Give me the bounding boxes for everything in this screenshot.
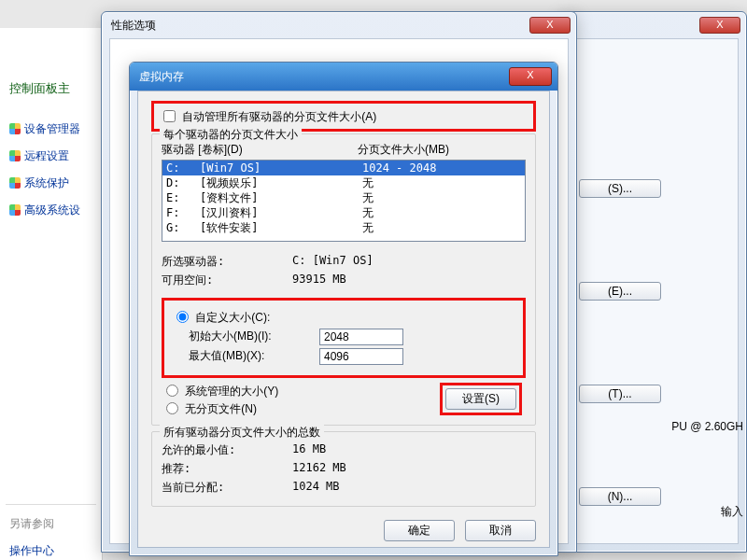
drive-row[interactable]: F: [汉川资料]无: [162, 205, 525, 220]
rec-label: 推荐:: [162, 461, 292, 477]
totals-group: 所有驱动器分页文件大小的总数 允许的最小值:16 MB 推荐:12162 MB …: [151, 431, 536, 507]
custom-size-input[interactable]: [176, 311, 189, 323]
cpu-text: PU @ 2.60GH: [671, 420, 743, 433]
selected-drive-value: C: [Win7 OS]: [292, 254, 374, 270]
sidebar-item-advanced[interactable]: 高级系统设: [0, 197, 102, 224]
max-size-label: 最大值(MB)(X):: [189, 348, 319, 365]
initial-size-label: 初始大小(MB)(I):: [189, 329, 319, 345]
highlight-set-button: 设置(S): [440, 383, 522, 415]
free-space-value: 93915 MB: [292, 273, 346, 288]
auto-manage-label: 自动管理所有驱动器的分页文件大小(A): [182, 110, 376, 123]
shield-icon: [9, 150, 21, 161]
free-space-label: 可用空间:: [162, 273, 292, 288]
action-center-link[interactable]: 操作中心: [0, 538, 102, 560]
auto-manage-checkbox[interactable]: 自动管理所有驱动器的分页文件大小(A): [160, 110, 376, 123]
drive-row[interactable]: G: [软件安装]无: [162, 220, 525, 235]
sidebar-item-remote[interactable]: 远程设置: [0, 143, 102, 170]
cur-value: 1024 MB: [292, 480, 340, 496]
highlight-custom-size: 自定义大小(C): 初始大小(MB)(I): 最大值(MB)(X):: [162, 298, 526, 378]
initial-size-field[interactable]: [319, 329, 403, 345]
settings-s-button[interactable]: (S)...: [579, 179, 661, 198]
cur-label: 当前已分配:: [162, 480, 292, 496]
ime-text: 输入: [721, 504, 743, 520]
auto-manage-input[interactable]: [163, 110, 176, 122]
min-label: 允许的最小值:: [162, 442, 292, 458]
shield-icon: [9, 123, 21, 134]
shield-icon: [9, 177, 21, 189]
perf-title: 性能选项: [107, 18, 529, 34]
close-icon[interactable]: X: [529, 17, 571, 34]
system-managed-input[interactable]: [166, 385, 178, 397]
settings-t-button[interactable]: (T)...: [579, 385, 661, 403]
drive-list[interactable]: C: [Win7 OS]1024 - 2048 D: [视频娱乐]无 E: [资…: [162, 160, 526, 242]
totals-legend: 所有驱动器分页文件大小的总数: [160, 425, 324, 441]
custom-size-radio[interactable]: 自定义大小(C):: [172, 311, 270, 324]
per-drive-legend: 每个驱动器的分页文件大小: [160, 127, 302, 143]
drive-row[interactable]: C: [Win7 OS]1024 - 2048: [162, 161, 525, 175]
settings-e-button[interactable]: (E)...: [579, 282, 661, 301]
drive-row[interactable]: D: [视频娱乐]无: [162, 175, 525, 190]
max-size-field[interactable]: [319, 348, 403, 365]
cancel-button[interactable]: 取消: [465, 520, 536, 541]
no-paging-input[interactable]: [166, 402, 178, 414]
drive-row[interactable]: E: [资料文件]无: [162, 190, 525, 205]
selected-drive-label: 所选驱动器:: [162, 254, 292, 270]
system-properties-window: X (S)... (E)... (T)... (N)... 应用(A): [560, 11, 747, 553]
sidebar-item-device-manager[interactable]: 设备管理器: [0, 116, 102, 143]
virtual-memory-dialog: 虚拟内存 X 自动管理所有驱动器的分页文件大小(A) 每个驱动器的分页文件大小 …: [129, 62, 558, 556]
min-value: 16 MB: [292, 442, 326, 458]
ok-button[interactable]: 确定: [384, 520, 455, 541]
sidebar-item-protection[interactable]: 系统保护: [0, 170, 102, 197]
settings-n-button[interactable]: (N)...: [579, 487, 661, 506]
system-managed-radio[interactable]: 系统管理的大小(Y): [162, 385, 278, 398]
set-button[interactable]: 设置(S): [445, 388, 516, 410]
shield-icon: [9, 204, 21, 216]
control-panel-sidebar: 控制面板主 设备管理器 远程设置 系统保护 高级系统设 另请参阅 操作中心: [0, 28, 103, 560]
see-also-label: 另请参阅: [0, 511, 102, 538]
col-drive: 驱动器 [卷标](D): [162, 142, 358, 158]
rec-value: 12162 MB: [292, 461, 346, 477]
cp-home-link[interactable]: 控制面板主: [0, 75, 102, 103]
col-size: 分页文件大小(MB): [358, 142, 449, 158]
close-icon[interactable]: X: [509, 67, 552, 86]
vm-title: 虚拟内存: [135, 69, 509, 85]
no-paging-radio[interactable]: 无分页文件(N): [162, 402, 257, 415]
per-drive-group: 每个驱动器的分页文件大小 驱动器 [卷标](D) 分页文件大小(MB) C: […: [151, 133, 536, 426]
close-icon[interactable]: X: [699, 17, 740, 34]
